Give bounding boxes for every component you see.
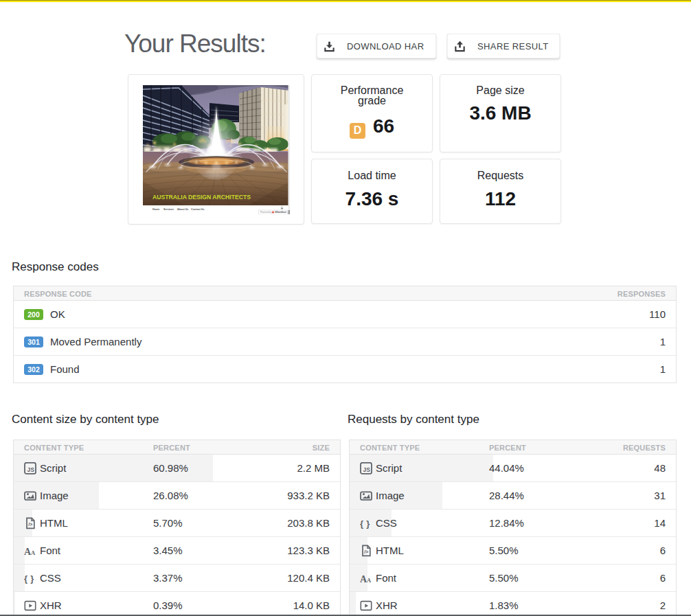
svg-text:{: { [24, 573, 27, 584]
svg-text:/>: /> [364, 549, 368, 555]
svg-text:AUSTRALIA DESIGN ARCHITECTS: AUSTRALIA DESIGN ARCHITECTS [152, 193, 251, 201]
svg-text:JS: JS [363, 466, 371, 473]
svg-text:}: } [30, 573, 34, 584]
svg-text:/>: /> [28, 521, 32, 527]
svg-text:Contact Us: Contact Us [191, 208, 204, 211]
svg-text:Powered by: Powered by [260, 211, 272, 214]
svg-text:000webhost: 000webhost [275, 211, 287, 214]
svg-text:JS: JS [27, 466, 35, 473]
svg-text:A: A [367, 577, 372, 584]
svg-text:A: A [31, 549, 36, 556]
svg-text:{: { [360, 518, 363, 529]
svg-text:About Us: About Us [177, 208, 188, 211]
svg-text:}: } [366, 518, 370, 529]
svg-text:Services: Services [163, 208, 174, 211]
svg-text:Home: Home [152, 208, 159, 211]
